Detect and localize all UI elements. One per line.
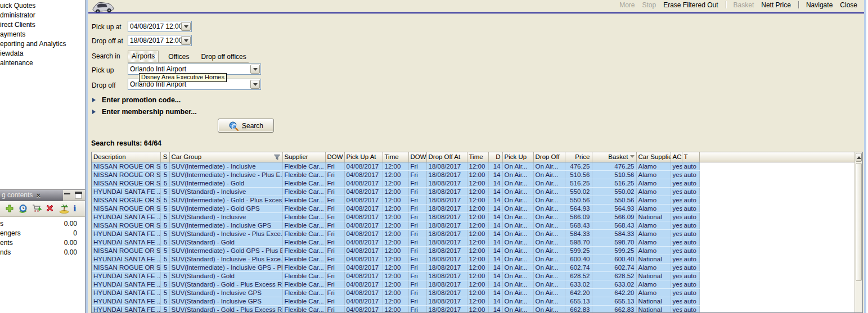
scroll-up-icon[interactable] [856, 153, 862, 162]
search-in-tabs: AirportsOfficesDrop off offices [128, 51, 249, 63]
table-row[interactable]: HYUNDAI SANTA FE ...5SUV(Standard) - Inc… [92, 297, 855, 305]
car-search-view: MoreStopErase Filtered OutBasketNett Pri… [88, 0, 864, 313]
tab-booking-contents-label: g contents [2, 190, 33, 201]
column-header-t[interactable]: T [682, 152, 699, 162]
dropoff-datetime-value: 18/08/2017 12:00 [128, 37, 181, 44]
toolbar-button-nett-price[interactable]: Nett Price [761, 1, 791, 9]
panel-tab-bar: g contents × [0, 190, 85, 201]
column-header-description[interactable]: Description [92, 152, 160, 162]
table-row[interactable]: HYUNDAI SANTA FE ...5SUV(Standard) - Gol… [92, 238, 855, 246]
tab-offices[interactable]: Offices [166, 52, 191, 62]
tab-airports[interactable]: Airports [128, 51, 159, 62]
dropoff-datetime-combobox[interactable]: 18/08/2017 12:00 [128, 35, 192, 46]
pickup-location-value: Orlando Intl Airport [128, 65, 250, 73]
pickup-at-label: Pick up at [92, 23, 122, 31]
sidebar-item-0[interactable]: uick Quotes [0, 1, 85, 11]
sidebar-item-1[interactable]: dministrator [0, 11, 85, 20]
table-row[interactable]: HYUNDAI SANTA FE ...5SUV(Standard) - Inc… [92, 212, 855, 221]
maximize-icon[interactable] [75, 192, 82, 198]
column-header-price[interactable]: Price [565, 152, 592, 162]
column-header-ac[interactable]: AC [671, 152, 682, 162]
filter-icon[interactable] [274, 155, 280, 160]
column-header-d[interactable]: D [488, 152, 502, 162]
delete-icon[interactable] [46, 204, 55, 214]
expander-arrow-icon [92, 98, 98, 102]
column-header-dow[interactable]: DOW [408, 152, 426, 162]
table-row[interactable]: NISSAN ROGUE OR S...5SUV(Intermediate) -… [92, 162, 855, 170]
column-header-empty[interactable] [699, 152, 855, 162]
toolbar-button-basket: Basket [734, 1, 754, 9]
table-row[interactable]: HYUNDAI SANTA FE ...5SUV(Standard) - Inc… [92, 255, 855, 263]
chevron-down-icon[interactable] [181, 36, 191, 45]
search-icon [228, 121, 239, 131]
table-row[interactable]: HYUNDAI SANTA FE ...5SUV(Standard) - Inc… [92, 187, 855, 196]
close-icon[interactable]: × [36, 192, 41, 199]
table-row[interactable]: NISSAN ROGUE OR S...5SUV(Intermediate) -… [92, 204, 855, 212]
column-header-basket[interactable]: Basket [592, 152, 636, 162]
summary-label: nds [0, 248, 11, 257]
column-header-pick-up-at[interactable]: Pick Up At [344, 152, 383, 162]
table-row[interactable]: HYUNDAI SANTA FE ...5SUV(Standard) - Gol… [92, 280, 855, 288]
column-header-s[interactable]: S [160, 152, 169, 162]
panel-toolbar: i [0, 201, 85, 217]
minimize-icon[interactable] [64, 192, 71, 198]
add-icon[interactable] [5, 204, 15, 214]
chevron-down-icon[interactable] [181, 22, 191, 31]
membership-number-label: Enter membership number... [102, 108, 197, 116]
chevron-down-icon[interactable] [250, 80, 260, 89]
tab-drop-off-offices[interactable]: Drop off offices [199, 52, 248, 62]
dropoff-at-label: Drop off at [92, 37, 123, 45]
column-header-car-supplier[interactable]: Car Supplier [636, 152, 671, 162]
toolbar-button-more: More [619, 1, 635, 9]
table-row[interactable]: HYUNDAI SANTA FE ...5SUV(Standard) - Gol… [92, 271, 855, 280]
column-header-dow[interactable]: DOW [325, 152, 344, 162]
vertical-scrollbar[interactable] [854, 152, 862, 312]
cart-go-icon[interactable] [32, 204, 42, 214]
toolbar-button-stop: Stop [642, 1, 656, 9]
view-toolbar: MoreStopErase Filtered OutBasketNett Pri… [88, 0, 864, 10]
toolbar-button-close[interactable]: Close [840, 1, 857, 9]
table-row[interactable]: NISSAN ROGUE OR S...5SUV(Intermediate) -… [92, 263, 855, 271]
table-row[interactable]: HYUNDAI SANTA FE ...5SUV(Standard) - Gol… [92, 305, 855, 313]
column-header-drop-off[interactable]: Drop Off [533, 152, 565, 162]
expander-arrow-icon [92, 110, 98, 114]
table-row[interactable]: HYUNDAI SANTA FE ...5SUV(Standard) - Inc… [92, 288, 855, 297]
column-header-drop-off-at[interactable]: Drop Off At [426, 152, 467, 162]
search-button[interactable]: Search [218, 119, 274, 133]
booking-summary-list: s0.00engers0ents0.00nds0.00 [0, 217, 85, 257]
toolbar-button-navigate[interactable]: Navigate [806, 1, 833, 9]
dropoff-label: Drop off [92, 81, 115, 89]
column-header-time[interactable]: Time [383, 152, 408, 162]
tab-booking-contents[interactable]: g contents × [0, 190, 63, 201]
summary-value: 0.00 [64, 238, 77, 248]
column-header-pick-up[interactable]: Pick Up [502, 152, 533, 162]
table-row[interactable]: NISSAN ROGUE OR S...5SUV(Intermediate) -… [92, 221, 855, 229]
toolbar-button-erase-filtered-out[interactable]: Erase Filtered Out [663, 1, 718, 9]
toolbar-separator [726, 1, 726, 8]
sidebar-menu: uick Quotesdministratorirect Clientsayme… [0, 0, 85, 68]
column-header-time[interactable]: Time [467, 152, 488, 162]
sidebar-item-5[interactable]: iewdata [0, 49, 85, 58]
sidebar-item-2[interactable]: irect Clients [0, 20, 85, 30]
table-row[interactable]: HYUNDAI SANTA FE ...5SUV(Standard) - Inc… [92, 229, 855, 238]
sidebar-item-4[interactable]: eporting and Analytics [0, 39, 85, 49]
pickup-label: Pick up [92, 66, 114, 74]
table-row[interactable]: NISSAN ROGUE OR S...5SUV(Intermediate) -… [92, 179, 855, 187]
table-row[interactable]: NISSAN ROGUE OR S...5SUV(Intermediate) -… [92, 170, 855, 179]
summary-row: ents0.00 [0, 238, 85, 248]
chevron-down-icon[interactable] [250, 65, 260, 74]
pickup-datetime-combobox[interactable]: 04/08/2017 12:00 [128, 21, 192, 32]
info-icon[interactable]: i [73, 204, 82, 214]
island-icon[interactable] [59, 204, 69, 214]
table-row[interactable]: NISSAN ROGUE OR S...5SUV(Intermediate) -… [92, 246, 855, 255]
world-clock-icon[interactable] [19, 204, 28, 214]
membership-number-expander[interactable]: Enter membership number... [92, 108, 197, 116]
scrollbar-thumb[interactable] [856, 163, 862, 281]
column-header-car-group[interactable]: Car Group [169, 152, 282, 162]
column-header-supplier[interactable]: Supplier [282, 152, 325, 162]
promotion-code-expander[interactable]: Enter promotion code... [92, 96, 181, 104]
sidebar-item-3[interactable]: ayments [0, 30, 85, 39]
summary-row: engers0 [0, 229, 85, 238]
table-row[interactable]: NISSAN ROGUE OR S...5SUV(Intermediate) -… [92, 196, 855, 204]
sidebar-item-6[interactable]: aintenance [0, 58, 85, 68]
